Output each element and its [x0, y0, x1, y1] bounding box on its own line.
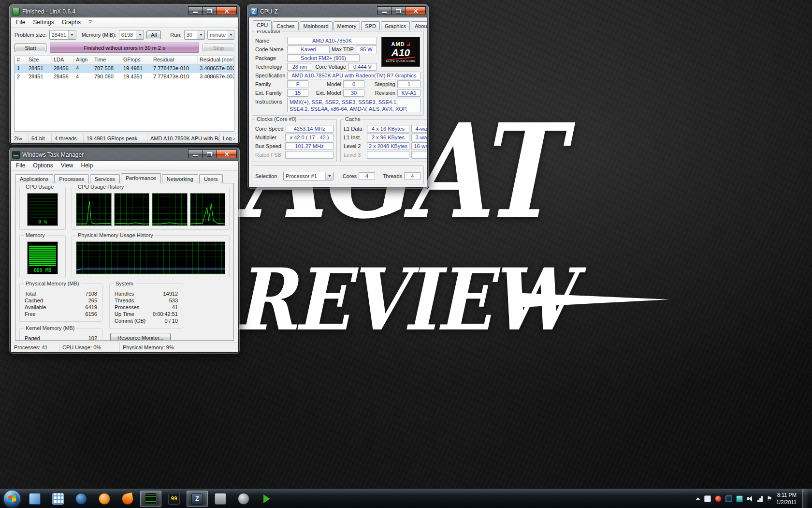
linx-maximize-button[interactable] — [202, 6, 216, 15]
l1-data-label: L1 Data — [344, 126, 365, 132]
tab-about[interactable]: About — [411, 21, 427, 30]
col-header[interactable]: GFlops — [121, 56, 151, 64]
linx-minimize-button[interactable] — [188, 6, 202, 15]
taskmgr-titlebar[interactable]: Windows Task Manager — [11, 149, 238, 160]
taskbar-app-9[interactable] — [210, 491, 231, 507]
cpuz-minimize-button[interactable] — [377, 6, 391, 15]
run-unit-combo[interactable]: minute — [207, 30, 234, 40]
col-header[interactable]: Align — [74, 56, 92, 64]
taskbar-clock[interactable]: 8:11 PM 1/2/2011 — [776, 492, 798, 506]
taskbar-app-1[interactable] — [24, 491, 45, 507]
tab-spd[interactable]: SPD — [361, 21, 380, 30]
tray-monitor-icon[interactable] — [725, 495, 732, 502]
linx-close-button[interactable] — [216, 6, 237, 15]
col-header[interactable]: # — [15, 56, 27, 64]
tab-applications[interactable]: Applications — [15, 174, 53, 183]
col-header[interactable]: Size — [27, 56, 52, 64]
col-header[interactable]: Time — [92, 56, 121, 64]
tray-icon-1[interactable] — [704, 495, 711, 502]
multiplier-label: Multiplier — [255, 134, 283, 140]
tab-graphics[interactable]: Graphics — [381, 21, 410, 30]
table-row[interactable]: 128451 284564 787.50819.4981 7.778473e-0… — [15, 65, 234, 73]
run-count-combo[interactable]: 30 — [184, 30, 205, 40]
selection-label: Selection — [255, 173, 281, 179]
linx-menu-graphs[interactable]: Graphs — [58, 18, 85, 27]
taskbar-app-10[interactable] — [233, 491, 254, 507]
tab-services[interactable]: Services — [90, 174, 120, 183]
core-voltage-field: 0.444 V — [348, 63, 377, 71]
memory-combo[interactable]: 6198 — [119, 30, 144, 40]
tab-cpu[interactable]: CPU — [253, 20, 272, 30]
task-manager-window: Windows Task Manager File Options View H… — [9, 147, 240, 354]
cache-group: Cache L1 Data 4 x 16 KBytes 4-way L1 Ins… — [340, 119, 427, 162]
tab-caches[interactable]: Caches — [273, 21, 298, 30]
linx-menu-settings[interactable]: Settings — [29, 18, 58, 27]
cpuz-tabstrip: CPU Caches Mainboard Memory SPD Graphics… — [249, 17, 427, 30]
desktop: AGAT REVIEW Finished - LinX 0.6.4 File S… — [0, 0, 812, 508]
stop-button[interactable]: Stop — [203, 44, 234, 52]
tray-icon-2[interactable] — [715, 495, 722, 502]
memory-history-group: Physical Memory Usage History — [72, 235, 230, 278]
taskbar-linx-button[interactable] — [140, 491, 161, 507]
tab-performance[interactable]: Performance — [121, 173, 161, 183]
taskmgr-menu-help[interactable]: Help — [77, 161, 97, 170]
taskmgr-menu-file[interactable]: File — [12, 161, 29, 170]
revision-field: KV-A1 — [397, 89, 420, 97]
taskmgr-tabstrip: Applications Processes Services Performa… — [11, 171, 238, 183]
linx-menu-file[interactable]: File — [12, 18, 29, 27]
resource-monitor-button[interactable]: Resource Monitor... — [110, 333, 171, 341]
linx-progress-bar: Finished without errors in 30 m 2 s — [50, 43, 199, 53]
level3-field — [367, 151, 409, 159]
taskbar-cpuz-button[interactable]: Z — [187, 491, 208, 507]
table-row[interactable]: 228451 284564 790.06019.4351 7.778473e-0… — [15, 73, 234, 81]
show-hidden-icons-button[interactable] — [696, 497, 700, 500]
stat-row: Up Time0:00:42:51 — [115, 311, 178, 317]
taskmgr-maximize-button[interactable] — [202, 149, 216, 158]
taskmgr-menu-options[interactable]: Options — [29, 161, 57, 170]
all-button[interactable]: All — [146, 30, 161, 39]
processor-select[interactable]: Processor #1 — [283, 172, 334, 180]
start-button[interactable]: Start — [14, 44, 46, 52]
taskbar: 99 Z ⚑ 8:11 PM 1/2/2011 — [0, 489, 812, 508]
taskbar-app-3[interactable] — [71, 491, 92, 507]
problem-size-combo[interactable]: 28451 — [49, 30, 76, 40]
linx-titlebar[interactable]: Finished - LinX 0.6.4 — [11, 6, 238, 17]
start-button[interactable] — [4, 491, 20, 507]
linx-menu-help[interactable]: ? — [85, 18, 96, 27]
log-button[interactable]: Log › — [219, 134, 238, 143]
tray-icon-3[interactable] — [736, 495, 743, 502]
taskmgr-menu-view[interactable]: View — [57, 161, 77, 170]
action-center-flag-icon[interactable]: ⚑ — [767, 495, 772, 502]
taskbar-app-4[interactable] — [94, 491, 115, 507]
family-label: Family — [255, 81, 285, 87]
tab-users[interactable]: Users — [199, 174, 223, 183]
cpuz-close-button[interactable] — [405, 6, 426, 15]
cpuz-titlebar[interactable]: Z CPU-Z — [248, 6, 427, 17]
level2-field: 2 x 2048 KBytes — [367, 142, 409, 150]
level2-assoc-field: 16-way — [411, 142, 427, 150]
level3-assoc-field — [411, 151, 427, 159]
taskmgr-minimize-button[interactable] — [188, 149, 202, 158]
col-header[interactable]: LDA — [52, 56, 74, 64]
taskbar-app-2[interactable] — [47, 491, 69, 507]
tab-processes[interactable]: Processes — [54, 174, 88, 183]
cpuz-maximize-button[interactable] — [391, 6, 405, 15]
col-header[interactable]: Residual (norm.) — [198, 56, 234, 64]
show-desktop-button[interactable] — [802, 489, 808, 508]
memory-caption: Memory — [24, 232, 47, 238]
tab-mainboard[interactable]: Mainboard — [300, 21, 333, 30]
cores-field: 4 — [359, 172, 375, 180]
name-label: Name — [255, 38, 285, 44]
clock-date: 1/2/2011 — [776, 499, 797, 506]
multiplier-field: x 42.0 ( 17 - 42 ) — [285, 134, 334, 141]
tab-networking[interactable]: Networking — [162, 174, 198, 183]
network-icon[interactable] — [757, 495, 763, 502]
tab-memory[interactable]: Memory — [334, 21, 361, 30]
volume-icon[interactable] — [747, 495, 754, 502]
taskbar-coretemp-button[interactable]: 99 — [163, 491, 185, 507]
taskmgr-close-button[interactable] — [216, 149, 237, 158]
taskbar-app-11[interactable] — [256, 491, 277, 507]
taskbar-app-5[interactable] — [117, 491, 138, 507]
col-header[interactable]: Residual — [151, 56, 198, 64]
maximize-icon — [207, 152, 212, 156]
